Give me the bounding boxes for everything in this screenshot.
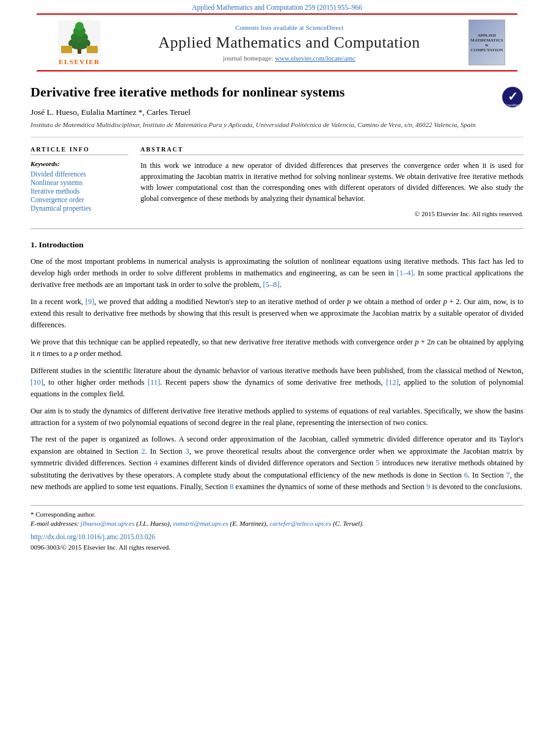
svg-text:✓: ✓ <box>508 90 518 103</box>
ref-5-8[interactable]: [5–8] <box>263 280 279 289</box>
svg-text:CrossMark: CrossMark <box>505 103 520 107</box>
ref-sec-7[interactable]: 7 <box>506 471 510 479</box>
svg-point-5 <box>75 22 84 31</box>
journal-title: Applied Mathematics and Computation <box>120 34 459 52</box>
email-teruel[interactable]: cartefer@teleco.upv.es <box>269 520 331 527</box>
intro-para-1: One of the most important problems in nu… <box>31 256 523 291</box>
journal-header: ELSEVIER Contents lists available at Sci… <box>37 13 517 71</box>
ref-sec-6[interactable]: 6 <box>464 471 468 479</box>
science-direct-link[interactable]: ScienceDirect <box>305 24 343 31</box>
science-direct-line: Contents lists available at ScienceDirec… <box>120 24 459 31</box>
abstract-heading: Abstract <box>140 146 523 155</box>
intro-para-6: The rest of the paper is organized as fo… <box>31 434 523 493</box>
issn-line: 0096-3003/© 2015 Elsevier Inc. All right… <box>31 543 523 551</box>
svg-rect-6 <box>61 46 72 53</box>
crossmark-badge: ✓ CrossMark <box>501 86 523 111</box>
homepage-url[interactable]: www.elsevier.com/locate/amc <box>275 54 355 62</box>
elsevier-tree-icon <box>58 20 101 57</box>
intro-para-3: We prove that this technique can be appl… <box>31 336 523 360</box>
affiliation-line: Instituto de Matemática Multidisciplinar… <box>31 121 523 128</box>
citation-link[interactable]: Applied Mathematics and Computation 259 … <box>192 4 362 11</box>
article-info-abstract-section: Article Info Keywords: Divided differenc… <box>31 137 523 217</box>
ref-sec-8[interactable]: 8 <box>230 482 233 491</box>
ref-sec-2[interactable]: 2 <box>141 447 145 456</box>
abstract-panel: Abstract In this work we introduce a new… <box>140 146 523 217</box>
keyword-5: Dynamical properties <box>31 205 128 212</box>
brand-text: ELSEVIER <box>59 58 100 65</box>
keyword-1: Divided differences <box>31 170 128 178</box>
abstract-text: In this work we introduce a new operator… <box>140 160 523 204</box>
keywords-label: Keywords: <box>31 160 128 167</box>
email-addresses: E-mail addresses: jlhueso@mat.upv.es (J.… <box>31 520 523 527</box>
keyword-4: Convergence order <box>31 196 128 203</box>
journal-center: Contents lists available at ScienceDirec… <box>120 24 459 62</box>
intro-para-2: In a recent work, [9], we proved that ad… <box>31 296 523 332</box>
section-divider <box>31 228 523 229</box>
ref-sec-4[interactable]: 4 <box>154 459 158 467</box>
doi-link[interactable]: http://dx.doi.org/10.1016/j.amc.2015.03.… <box>31 533 155 540</box>
ref-1-4[interactable]: [1–4] <box>396 269 413 277</box>
ref-sec-9[interactable]: 9 <box>426 482 430 491</box>
intro-para-4: Different studies in the scientific lite… <box>31 365 523 401</box>
keyword-3: Iterative methods <box>31 187 128 195</box>
svg-rect-7 <box>87 46 98 53</box>
ref-12[interactable]: [12] <box>386 378 399 387</box>
article-info-heading: Article Info <box>31 146 128 155</box>
copyright-line: © 2015 Elsevier Inc. All rights reserved… <box>140 210 523 217</box>
ref-9[interactable]: [9] <box>86 297 95 306</box>
authors-line: José L. Hueso, Eulalia Martínez *, Carle… <box>31 107 523 117</box>
ref-sec-3[interactable]: 3 <box>186 447 189 456</box>
intro-para-5: Our aim is to study the dynamics of diff… <box>31 405 523 429</box>
paper-title: Derivative free iterative methods for no… <box>31 84 523 101</box>
footnotes-section: * Corresponding author. E-mail addresses… <box>31 505 523 551</box>
article-info-panel: Article Info Keywords: Divided differenc… <box>31 146 128 217</box>
journal-homepage: journal homepage: www.elsevier.com/locat… <box>120 54 459 62</box>
journal-thumbnail: APPLIEDMATHEMATICS&COMPUTATION <box>468 20 505 65</box>
email-martinez[interactable]: eumarti@mat.upv.es <box>173 520 228 527</box>
introduction-heading: 1. Introduction <box>31 240 523 250</box>
keyword-2: Nonlinear systems <box>31 179 128 186</box>
corresponding-author-note: * Corresponding author. <box>31 511 523 518</box>
elsevier-logo: ELSEVIER <box>49 20 110 65</box>
top-citation-bar: Applied Mathematics and Computation 259 … <box>0 0 554 13</box>
ref-10[interactable]: [10] <box>31 378 43 387</box>
email-hueso[interactable]: jlhueso@mat.upv.es <box>81 520 134 527</box>
ref-sec-5[interactable]: 5 <box>376 459 379 467</box>
ref-11[interactable]: [11] <box>148 378 160 387</box>
